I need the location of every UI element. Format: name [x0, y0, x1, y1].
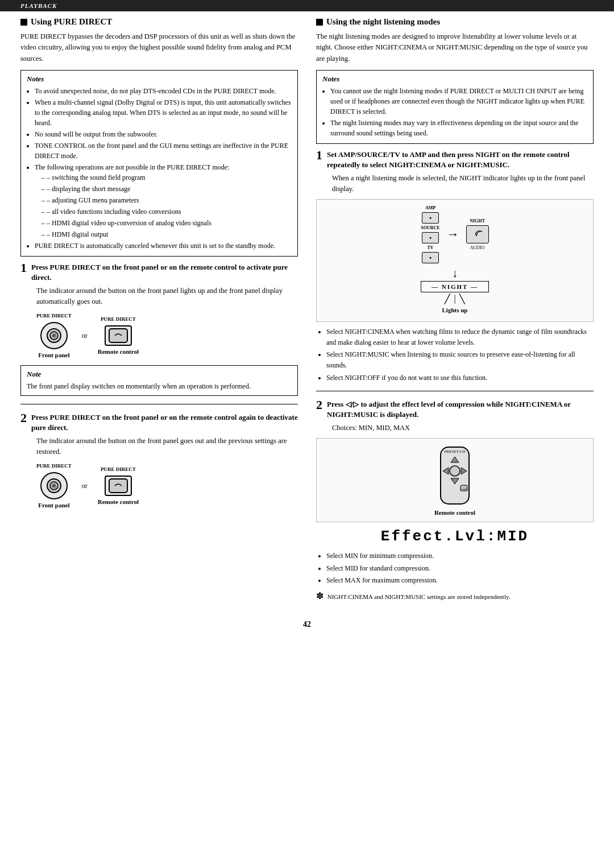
list-item: The night listening modes may vary in ef… — [330, 118, 587, 138]
remote-diagram-label: Remote control — [434, 509, 475, 516]
pure-direct-body: PURE DIRECT bypasses the decoders and DS… — [20, 31, 298, 64]
amp-button: ● — [422, 212, 439, 224]
night-button — [466, 225, 489, 243]
source-button: ● — [422, 232, 439, 243]
slash-right: ╲ — [459, 294, 465, 304]
list-item: – displaying the short message — [42, 184, 292, 194]
front-btn-label-2: PURE DIRECT — [36, 463, 72, 469]
night-step-2-choices: Choices: MIN, MID, MAX — [332, 423, 594, 433]
step-2-body: The indicator around the button on the f… — [36, 436, 298, 458]
audio-label: AUDIO — [470, 245, 485, 250]
svg-point-2 — [52, 334, 56, 337]
source-label: SOURCE — [421, 225, 439, 230]
tip-text: NIGHT:CINEMA and NIGHT:MUSIC settings ar… — [327, 593, 511, 600]
night-diagram-inner: AMP ● SOURCE ● TV ● → NIGHT — [421, 205, 488, 263]
tip-box: ✽ NIGHT:CINEMA and NIGHT:MUSIC settings … — [316, 589, 594, 603]
divider-1 — [20, 404, 298, 404]
list-item: Select NIGHT:OFF if you do not want to u… — [326, 373, 594, 383]
list-item: The following operations are not possibl… — [35, 162, 292, 239]
list-item: PURE DIRECT is automatically canceled wh… — [35, 241, 292, 251]
page: PLAYBACK Using PURE DIRECT PURE DIRECT b… — [0, 0, 614, 868]
night-step-1-number: 1 — [316, 148, 322, 162]
night-notes-box: Notes You cannot use the night listening… — [316, 70, 594, 144]
tip-icon: ✽ — [316, 591, 323, 601]
svg-rect-3 — [109, 329, 127, 342]
night-step-1: 1 Set AMP/SOURCE/TV to AMP and then pres… — [316, 150, 594, 383]
step-1-diagram: PURE DIRECT Front panel or PURE DIRECT — [36, 313, 298, 358]
svg-text:A·CEL: A·CEL — [460, 488, 468, 491]
note-box: Note The front panel display switches on… — [20, 365, 298, 396]
svg-text:PRESET/CH: PRESET/CH — [445, 449, 466, 454]
list-item: TONE CONTROL on the front panel and the … — [35, 140, 292, 161]
content-area: Using PURE DIRECT PURE DIRECT bypasses t… — [0, 17, 614, 646]
step-2-diagram: PURE DIRECT Front panel or PURE DIRECT — [36, 463, 298, 509]
night-step-2-number: 2 — [316, 398, 322, 412]
notes-title: Notes — [27, 75, 292, 84]
night-notes-list: You cannot use the night listening modes… — [322, 86, 587, 138]
amp-label: AMP — [425, 205, 435, 210]
remote-control-label-2: Remote control — [98, 498, 139, 505]
step-1-body: The indicator around the button on the f… — [36, 286, 298, 308]
step-2-number: 2 — [20, 411, 27, 425]
section-icon — [20, 19, 27, 26]
remote-button — [105, 325, 132, 346]
night-step-2: 2 Press ◁/▷ to adjust the effect level o… — [316, 399, 594, 603]
pure-direct-notes-list: To avoid unexpected noise, do not play D… — [27, 86, 292, 251]
night-button-group: NIGHT AUDIO — [466, 218, 489, 250]
remote-diagram: A·CEL PRESET/CH Remote control — [316, 438, 594, 522]
front-panel-button — [40, 322, 68, 349]
or-text-2: or — [82, 482, 88, 490]
list-item: – switching the sound field program — [42, 172, 292, 183]
two-column-layout: Using PURE DIRECT PURE DIRECT bypasses t… — [20, 17, 594, 610]
remote-item: PURE DIRECT Remote control — [98, 316, 139, 355]
remote-btn-label: PURE DIRECT — [101, 316, 136, 322]
divider-2 — [316, 391, 594, 391]
night-step-1-body: When a night listening mode is selected,… — [332, 173, 594, 195]
list-item: Select NIGHT:MUSIC when listening to mus… — [326, 349, 594, 370]
front-panel-item-2: PURE DIRECT Front panel — [36, 463, 72, 509]
lights-up-label: Lights up — [442, 307, 468, 313]
list-item: – adjusting GUI menu parameters — [42, 195, 292, 205]
night-step-1-header: 1 Set AMP/SOURCE/TV to AMP and then pres… — [316, 150, 594, 170]
list-item: Select MIN for minimum compression. — [326, 551, 594, 561]
arrow-down: ↓ — [452, 267, 458, 280]
left-column: Using PURE DIRECT PURE DIRECT bypasses t… — [20, 17, 298, 610]
step-2-title: Press PURE DIRECT on the front panel or … — [31, 412, 298, 433]
front-panel-button-2 — [40, 472, 68, 499]
step-2-header: 2 Press PURE DIRECT on the front panel o… — [20, 412, 298, 433]
slash-left: ╱ — [445, 294, 450, 304]
step-1-title: Press PURE DIRECT on the front panel or … — [31, 262, 298, 283]
svg-rect-7 — [109, 479, 127, 493]
night-step-2-header: 2 Press ◁/▷ to adjust the effect level o… — [316, 399, 594, 420]
pure-direct-notes-box: Notes To avoid unexpected noise, do not … — [20, 70, 298, 257]
page-number: 42 — [20, 620, 594, 635]
arrow-right: → — [447, 227, 459, 242]
tv-button: ● — [422, 252, 439, 263]
pure-direct-title: Using PURE DIRECT — [20, 17, 298, 27]
front-btn-label: PURE DIRECT — [36, 313, 72, 319]
step-1-header: 1 Press PURE DIRECT on the front panel o… — [20, 262, 298, 283]
note-body: The front panel display switches on mome… — [27, 381, 292, 391]
front-panel-label-2: Front panel — [38, 502, 69, 509]
list-item: Select MAX for maximum compression. — [326, 575, 594, 586]
header-bar: PLAYBACK — [0, 0, 614, 11]
list-item: Select NIGHT:CINEMA when watching films … — [326, 326, 594, 348]
front-panel-item: PURE DIRECT Front panel — [36, 313, 72, 358]
night-step-2-bullets: Select MIN for minimum compression. Sele… — [316, 551, 594, 586]
night-indicator-area: ↓ — NIGHT — ╱ | ╲ — [421, 267, 489, 304]
list-item: – HDMI digital output — [42, 229, 292, 239]
night-step-1-title: Set AMP/SOURCE/TV to AMP and then press … — [327, 150, 594, 170]
list-item: Select MID for standard compression. — [326, 563, 594, 574]
night-modes-title: Using the night listening modes — [316, 17, 594, 27]
list-item: You cannot use the night listening modes… — [330, 86, 587, 117]
svg-point-13 — [450, 466, 460, 476]
step-1: 1 Press PURE DIRECT on the front panel o… — [20, 262, 298, 358]
night-modes-body: The night listening modes are designed t… — [316, 31, 594, 64]
night-indicator: — NIGHT — — [421, 281, 489, 292]
step-2: 2 Press PURE DIRECT on the front panel o… — [20, 412, 298, 509]
night-arrows: ╱ | ╲ — [445, 294, 464, 304]
front-panel-label: Front panel — [38, 352, 69, 358]
remote-item-2: PURE DIRECT Remote control — [98, 466, 139, 505]
pipe: | — [454, 294, 455, 304]
list-item: To avoid unexpected noise, do not play D… — [35, 86, 292, 96]
